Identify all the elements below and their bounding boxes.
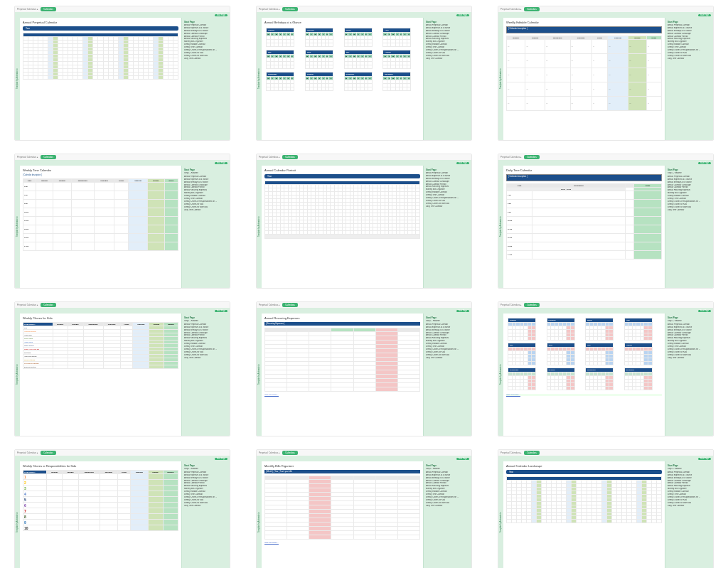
time-table: TimeMondayTuesdayWednesdayThursdayFriday… [23, 178, 178, 251]
side-list: Annual Perpetual CalendarAnnual Expenses… [184, 471, 228, 508]
bills-table: document.write(Array.from({length:14},()… [264, 476, 420, 540]
link: https://templates… [264, 394, 420, 396]
mini-months: JanuaryMTWTFSS FebruaryMTWTFSS MarchMTWT… [264, 26, 420, 92]
expenses-table: document.write(Array.from({length:14},()… [264, 328, 420, 392]
card-chores-kids[interactable]: Perpetual Calendars ▸Calendars Start Pag… [14, 301, 230, 436]
breadcrumb: Perpetual Calendars ▸ [17, 8, 38, 11]
mini-months: January February March April May [506, 316, 662, 392]
portrait-grid: document.write(Array.from({length:14},()… [264, 181, 420, 239]
thumbnail-grid: Perpetual Calendars ▸Calendars Start Pag… [0, 0, 728, 568]
chores-table: [ Kids Name ]MondayTuesdayWednesdayThurs… [23, 322, 178, 369]
side-list: Annual Perpetual CalendarAnnual Expenses… [668, 24, 711, 60]
side-list: Annual Perpetual CalendarAnnual Expenses… [426, 471, 469, 508]
side-list: Annual Perpetual CalendarAnnual Expenses… [184, 176, 228, 212]
side-list: Annual Perpetual CalendarAnnual Expenses… [426, 172, 469, 208]
card-annual-portrait[interactable]: Perpetual Calendars ▸Calendars Start Pag… [256, 154, 472, 289]
card-responsibilities[interactable]: Perpetual Calendars ▸Calendars Start Pag… [14, 449, 230, 568]
side-nav: Start Page Annual Perpetual CalendarAnnu… [181, 18, 230, 140]
year-grid: document.write(Array.from({length:12},()… [23, 33, 178, 80]
card-weekly-editable[interactable]: Perpetual Calendars ▸Calendars Start Pag… [498, 6, 714, 141]
card-year-mini[interactable]: Perpetual Calendars ▸Calendars Start Pag… [498, 301, 714, 436]
side-list: Annual Perpetual CalendarAnnual Expenses… [668, 471, 711, 508]
card-title: Annual Perpetual Calendar [23, 21, 178, 24]
card-annual-landscape[interactable]: Perpetual Calendars ▸Calendars Start Pag… [498, 449, 714, 568]
card-annual-perpetual[interactable]: Perpetual Calendars ▸Calendars Start Pag… [14, 6, 230, 141]
numbers-table: [ Kids Name ]MondayTuesdayWednesdayThurs… [23, 470, 178, 531]
year-pill: Year [23, 26, 178, 31]
landscape-grid: document.write(Array.from({length:12},()… [506, 476, 662, 523]
side-list: Annual Perpetual CalendarAnnual Expenses… [184, 323, 228, 360]
template-by: Template by Automate.io [15, 18, 20, 140]
card-birthdays[interactable]: Perpetual Calendars ▸Calendars Start Pag… [256, 6, 472, 141]
side-list: Annual Perpetual CalendarAnnual Expenses… [426, 323, 469, 360]
card-recurring-expenses[interactable]: Perpetual Calendars ▸Calendars Start Pag… [256, 301, 472, 436]
card-monthly-bills[interactable]: Perpetual Calendars ▸Calendars Start Pag… [256, 449, 472, 568]
side-list: Annual Perpetual CalendarAnnual Expenses… [184, 24, 228, 60]
card-daily-time[interactable]: Perpetual Calendars ▸Calendars Start Pag… [498, 154, 714, 289]
week-table: MondayTuesdayWednesdayThursdayFridaySatu… [506, 36, 662, 111]
side-list: Annual Perpetual CalendarAnnual Expenses… [426, 24, 469, 60]
link: https://templates… [264, 542, 420, 544]
side-list: Annual Perpetual CalendarAnnual Expenses… [668, 323, 711, 360]
card-weekly-time[interactable]: Perpetual Calendars ▸Calendars Start Pag… [14, 154, 230, 289]
start-page-btn: Start Page [215, 14, 228, 16]
tab-calendars: Calendars [41, 7, 56, 11]
link: https://templates… [506, 394, 662, 396]
daily-table: TimeDescriptionNotes00:00 - 06:007:00 8:… [506, 183, 662, 259]
side-list: Annual Perpetual CalendarAnnual Expenses… [668, 176, 711, 212]
